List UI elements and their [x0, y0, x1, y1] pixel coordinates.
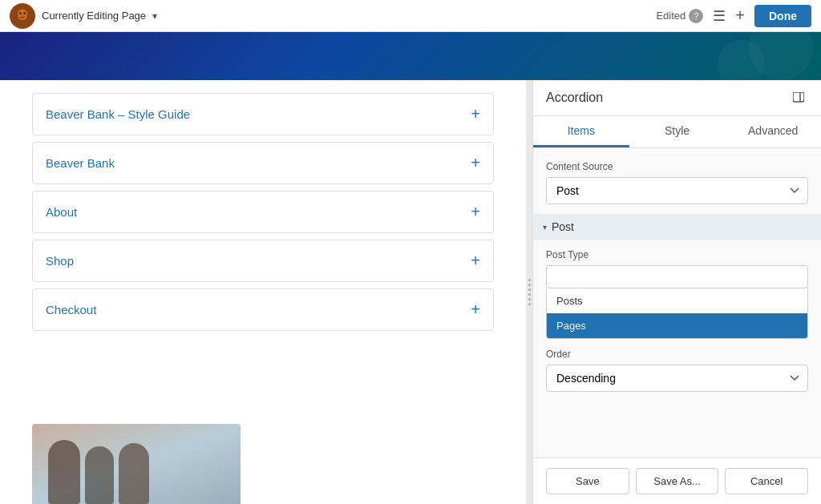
content-source-label: Content Source [546, 161, 808, 172]
expand-icon-2[interactable]: + [471, 203, 480, 221]
tab-style[interactable]: Style [629, 116, 726, 147]
panel-title: Accordion [546, 91, 603, 105]
accordion-link-1[interactable]: Beaver Bank [46, 156, 115, 170]
left-panel: Beaver Bank – Style Guide + Beaver Bank … [0, 80, 526, 504]
drag-dots [528, 279, 531, 305]
accordion-link-2[interactable]: About [46, 205, 77, 219]
post-type-list: Posts Pages [546, 288, 808, 339]
topbar: Currently Editing Page ▾ Edited ? ☰ + Do… [0, 0, 821, 32]
cancel-button[interactable]: Cancel [725, 468, 808, 494]
svg-point-3 [23, 12, 26, 14]
post-section-label: Post [552, 220, 574, 233]
svg-rect-4 [793, 92, 804, 102]
settings-panel: Accordion Items Style Advanced Content S… [532, 80, 821, 504]
svg-point-1 [18, 9, 27, 20]
add-icon[interactable]: + [735, 6, 745, 25]
panel-resize-handle[interactable] [526, 80, 532, 504]
post-type-dropdown: Posts Pages [546, 265, 808, 339]
expand-icon-4[interactable]: + [471, 300, 480, 319]
edited-status: Edited [656, 10, 686, 22]
order-field: Order Descending Ascending [546, 349, 808, 392]
section-chevron-icon: ▾ [543, 223, 547, 232]
tab-items[interactable]: Items [533, 116, 629, 147]
accordion-link-0[interactable]: Beaver Bank – Style Guide [46, 107, 190, 121]
hero-banner [0, 32, 821, 80]
accordion-item-3: Shop + [32, 240, 494, 282]
content-source-select[interactable]: Post Custom [546, 177, 808, 204]
chevron-down-icon[interactable]: ▾ [152, 10, 157, 22]
accordion-link-4[interactable]: Checkout [46, 303, 96, 317]
site-logo [10, 3, 35, 29]
expand-icon-0[interactable]: + [471, 105, 480, 123]
panel-close-button[interactable] [789, 88, 808, 107]
close-icon [793, 92, 804, 103]
svg-point-2 [19, 12, 22, 14]
save-button[interactable]: Save [546, 468, 629, 494]
done-button[interactable]: Done [754, 5, 811, 27]
tab-advanced[interactable]: Advanced [725, 116, 821, 147]
content-source-field: Content Source Post Custom [546, 161, 808, 204]
expand-icon-1[interactable]: + [471, 154, 480, 172]
save-as-button[interactable]: Save As... [636, 468, 719, 494]
panel-body: Content Source Post Custom ▾ Post Post T… [533, 148, 821, 458]
post-type-search-input[interactable] [546, 265, 808, 288]
post-type-label: Post Type [546, 249, 808, 260]
panel-header: Accordion [533, 80, 821, 116]
accordion-item-1: Beaver Bank + [32, 142, 494, 184]
panel-footer: Save Save As... Cancel [533, 458, 821, 504]
panel-tabs: Items Style Advanced [533, 116, 821, 148]
accordion-item-4: Checkout + [32, 288, 494, 331]
expand-icon-3[interactable]: + [471, 252, 480, 270]
topbar-title: Currently Editing Page [42, 10, 146, 22]
accordion-link-3[interactable]: Shop [46, 254, 74, 268]
list-icon[interactable]: ☰ [713, 7, 726, 25]
accordion-item-0: Beaver Bank – Style Guide + [32, 93, 494, 135]
post-type-field: Post Type Posts Pages [546, 249, 808, 339]
order-label: Order [546, 349, 808, 360]
accordion-item-2: About + [32, 191, 494, 233]
post-option-posts[interactable]: Posts [547, 288, 807, 313]
order-select[interactable]: Descending Ascending [546, 365, 808, 392]
main-content: Beaver Bank – Style Guide + Beaver Bank … [0, 80, 821, 504]
post-section-header[interactable]: ▾ Post [533, 214, 821, 240]
help-icon[interactable]: ? [689, 9, 703, 23]
post-option-pages[interactable]: Pages [547, 313, 807, 338]
